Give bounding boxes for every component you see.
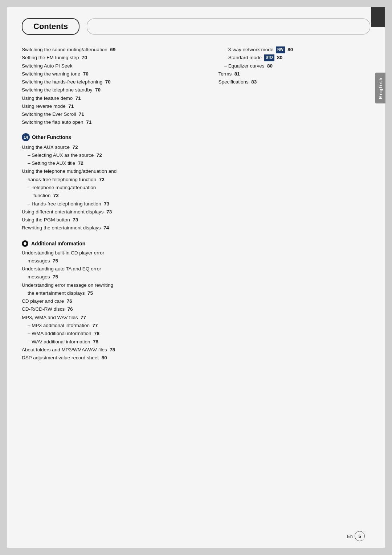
- main-content: Contents Switching the sound muting/atte…: [7, 7, 385, 548]
- page-number: 73: [73, 217, 78, 223]
- page-number: 75: [53, 258, 58, 264]
- page-number: 77: [81, 315, 86, 320]
- section-additional-heading: ● Additional Information: [22, 240, 208, 247]
- page-number: 78: [94, 331, 99, 336]
- list-item: Using the telephone muting/attenuation a…: [22, 167, 208, 175]
- list-item: – WAV additional information 78: [22, 338, 208, 346]
- list-item: – Standard mode STD 80: [219, 54, 371, 62]
- page-number: 80: [267, 63, 273, 69]
- std-badge: STD: [264, 54, 274, 61]
- list-item: Using the feature demo 71: [22, 94, 208, 102]
- page-number: 70: [105, 79, 111, 85]
- page-number: 80: [102, 355, 107, 360]
- section-14-items: Using the AUX source 72 – Selecting AUX …: [22, 143, 208, 232]
- page-number: 83: [251, 79, 257, 85]
- list-item: Using different entertainment displays 7…: [22, 208, 208, 216]
- footer: En 5: [347, 531, 365, 541]
- list-item: CD-R/CD-RW discs 76: [22, 305, 208, 313]
- page-number: 75: [53, 274, 58, 279]
- page-number: 72: [97, 152, 102, 158]
- list-item: Switching the hands-free telephoning 70: [22, 78, 208, 86]
- section-heading-text: Other Functions: [32, 134, 71, 140]
- list-item: Rewriting the entertainment displays 74: [22, 224, 208, 232]
- list-item: About folders and MP3/WMA/WAV files 78: [22, 346, 208, 354]
- list-item: Understanding error message on rewriting: [22, 281, 208, 289]
- page-number: 73: [104, 201, 109, 207]
- page-number: 74: [103, 225, 109, 230]
- right-column: – 3-way network mode NW 80 – Standard mo…: [219, 46, 371, 362]
- section-additional-items: Understanding built-in CD player error m…: [22, 249, 208, 362]
- list-item: – Selecting AUX as the source 72: [22, 151, 208, 159]
- en-label: En: [347, 534, 353, 539]
- page-number: 71: [79, 111, 84, 117]
- list-item: Using the PGM button 73: [22, 216, 208, 224]
- list-item: Switching the flap auto open 71: [22, 118, 208, 126]
- section-number-14: 14: [22, 133, 30, 141]
- list-item: CD player and care 76: [22, 297, 208, 305]
- list-item: Terms 81: [219, 70, 371, 78]
- list-item: – Equalizer curves 80: [219, 62, 371, 70]
- page-number: 72: [78, 160, 83, 166]
- list-item: – MP3 additional information 77: [22, 322, 208, 330]
- page-number: 80: [287, 47, 293, 52]
- page-number: 72: [73, 144, 78, 150]
- list-item: – Setting the AUX title 72: [22, 159, 208, 167]
- page-number: 69: [110, 47, 115, 52]
- list-item: Switching the Ever Scroll 71: [22, 110, 208, 118]
- intro-items: Switching the sound muting/attenuation 6…: [22, 46, 208, 127]
- list-item: – WMA additional information 78: [22, 330, 208, 338]
- list-item: the entertainment displays 75: [22, 289, 208, 297]
- page-number: 71: [68, 103, 74, 109]
- list-item: Using the AUX source 72: [22, 143, 208, 151]
- list-item: Switching the warning tone 70: [22, 70, 208, 78]
- page-number: 71: [75, 95, 81, 101]
- page-number-circle: 5: [355, 531, 365, 541]
- page: English Contents Switching the sound mut…: [7, 7, 385, 548]
- nw-badge: NW: [276, 46, 285, 53]
- page-number: 70: [95, 87, 101, 93]
- list-item: messages 75: [22, 257, 208, 265]
- left-column: Switching the sound muting/attenuation 6…: [22, 46, 208, 362]
- page-number: 78: [93, 339, 98, 344]
- page-number: 77: [93, 323, 98, 328]
- list-item: Specifications 83: [219, 78, 371, 86]
- list-item: Switching the sound muting/attenuation 6…: [22, 46, 208, 54]
- section-additional-heading-text: Additional Information: [31, 241, 85, 246]
- page-number: 76: [68, 306, 73, 312]
- list-item: MP3, WMA and WAV files 77: [22, 314, 208, 322]
- list-item: – Hands-free telephoning function 73: [22, 200, 208, 208]
- header-area: Contents: [22, 18, 370, 35]
- header-right-box: [87, 19, 370, 34]
- list-item: function 72: [22, 192, 208, 200]
- content-area: Switching the sound muting/attenuation 6…: [22, 46, 370, 362]
- list-item: hands-free telephoning function 72: [22, 176, 208, 184]
- list-item: Switching Auto PI Seek: [22, 62, 208, 70]
- section-number-additional: ●: [22, 240, 28, 247]
- page-number: 71: [86, 119, 91, 125]
- section-14-heading: 14 Other Functions: [22, 133, 208, 141]
- contents-title: Contents: [22, 18, 79, 35]
- page-number: 80: [277, 55, 282, 60]
- list-item: Using reverse mode 71: [22, 102, 208, 110]
- page-number: 78: [110, 347, 115, 352]
- page-number: 76: [67, 298, 72, 304]
- list-item: Switching the telephone standby 70: [22, 86, 208, 94]
- page-number: 75: [87, 290, 93, 296]
- page-number: 73: [106, 209, 112, 215]
- page-number: 72: [99, 177, 105, 182]
- list-item: Understanding auto TA and EQ error: [22, 265, 208, 273]
- list-item: messages 75: [22, 273, 208, 281]
- page-number: 70: [83, 71, 89, 77]
- list-item: Understanding built-in CD player error: [22, 249, 208, 257]
- page-number: 81: [234, 71, 240, 77]
- list-item: Setting the FM tuning step 70: [22, 54, 208, 62]
- list-item: – Telephone muting/attenuation: [22, 184, 208, 192]
- page-number: 72: [53, 193, 59, 198]
- list-item: – 3-way network mode NW 80: [219, 46, 371, 54]
- page-number: 70: [82, 55, 87, 60]
- list-item: DSP adjustment value record sheet 80: [22, 354, 208, 362]
